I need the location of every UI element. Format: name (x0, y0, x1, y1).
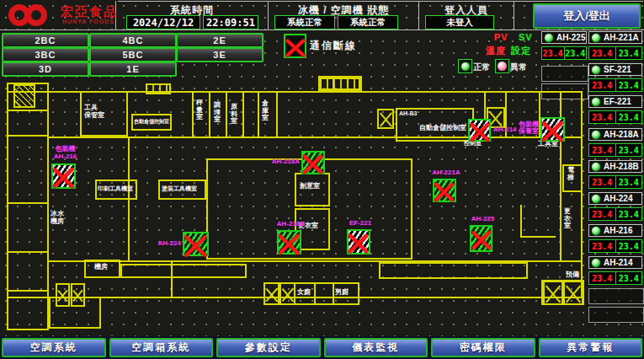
stairwell-x-icon (56, 283, 70, 307)
fan-unit-icon-包裝機-保養室[interactable] (540, 117, 565, 142)
equipment-label: AH-225 (463, 216, 503, 223)
stairwell-x-icon (71, 283, 85, 307)
equipment-label: AH-218B (270, 221, 311, 228)
floor-plan: 工具 保管室自動倉儲控制室秤 量 室調 理 室原 料 室倉 庫 室AH-B3自動… (0, 0, 644, 359)
wall (128, 137, 130, 260)
room-label: AH-B3 (399, 110, 417, 117)
wall (520, 205, 522, 236)
wall (209, 91, 210, 137)
room-label: 冰水 機房 (51, 211, 64, 225)
fan-unit-icon-AH-224[interactable] (183, 232, 209, 256)
wall (7, 251, 49, 253)
room-label: 原 料 室 (231, 104, 237, 126)
room-label: 創意室 (300, 183, 320, 190)
equipment-label: AH-224 (144, 240, 181, 248)
fan-unit-icon-EF-221[interactable] (347, 229, 370, 255)
wall (171, 260, 173, 297)
wall (258, 91, 259, 137)
room-label: 工具室 (538, 141, 558, 148)
wall (7, 110, 49, 111)
fan-unit-icon-包裝機-AH-216[interactable] (51, 163, 76, 189)
room-label: 預備 (566, 271, 579, 279)
fan-unit-icon-AH-221A[interactable] (433, 179, 456, 202)
wall (49, 260, 583, 262)
stairwell-x-icon (563, 281, 583, 305)
wall (7, 83, 49, 330)
equipment-label: AH-221A (426, 169, 466, 177)
nav-button-空調系統[interactable]: 空調系統 (2, 338, 106, 357)
room-label: 印刷工具機室 (98, 185, 133, 192)
equipment-label: 包裝機 AH-216 (45, 146, 86, 161)
nav-bar: 空調系統空調箱系統參數設定儀表監視密碼權限異常警報 (0, 336, 644, 359)
wall (120, 264, 247, 278)
room-label: 自動倉儲控制室 (134, 119, 169, 124)
wall (7, 290, 49, 292)
equipment-label: 包裝機 保養室 (502, 121, 539, 137)
equipment-label: EF-221 (340, 220, 381, 228)
room-label: 倉 庫 室 (262, 100, 269, 122)
nav-button-密碼權限[interactable]: 密碼權限 (431, 338, 535, 357)
room-label: 機房 (94, 264, 108, 271)
room-label: 電 梯 (567, 167, 574, 181)
wall (379, 262, 528, 279)
room-label: 工具 保管室 (84, 104, 104, 119)
stairwell-x-icon (263, 282, 279, 305)
nav-button-空調箱系統[interactable]: 空調箱系統 (109, 338, 214, 357)
fan-unit-icon-AH-225[interactable] (470, 225, 492, 252)
fan-unit-icon-AH-218A[interactable] (301, 151, 325, 174)
wall (226, 91, 227, 137)
wall (192, 91, 194, 137)
stair-hatch-icon (146, 83, 171, 94)
room-label: 自動倉儲控制室 (419, 125, 466, 132)
hmi-screen: { "header": { "logo_title": "宏亞食品", "log… (0, 0, 644, 359)
stairwell-x-icon (377, 109, 394, 129)
fan-unit-icon-AH-214[interactable] (468, 119, 491, 142)
wall (242, 91, 244, 137)
nav-button-參數設定[interactable]: 參數設定 (216, 338, 321, 357)
wall (560, 137, 562, 260)
room-label: 調 理 室 (214, 102, 221, 124)
stairwell-x-icon (279, 282, 295, 305)
equipment-label: AH-218A (263, 158, 300, 166)
room-label: 女廁 (297, 289, 311, 297)
stair-hatch-icon (320, 78, 360, 90)
wall (520, 236, 556, 238)
room-label: 更 衣 室 (564, 208, 571, 230)
stairwell-x-icon (543, 281, 563, 305)
nav-button-儀表監視[interactable]: 儀表監視 (324, 338, 428, 357)
wall (314, 282, 316, 305)
wall (7, 135, 49, 137)
room-label: 塗裝工具機室 (162, 185, 197, 192)
stair-hatch-icon (13, 84, 35, 108)
wall (333, 282, 334, 305)
fan-unit-icon-AH-218B[interactable] (277, 230, 301, 255)
room-label: 男廁 (335, 289, 349, 297)
wall (276, 91, 278, 137)
room-label: 秤 量 室 (196, 99, 203, 121)
wall (7, 202, 49, 204)
nav-button-異常警報[interactable]: 異常警報 (539, 338, 643, 357)
